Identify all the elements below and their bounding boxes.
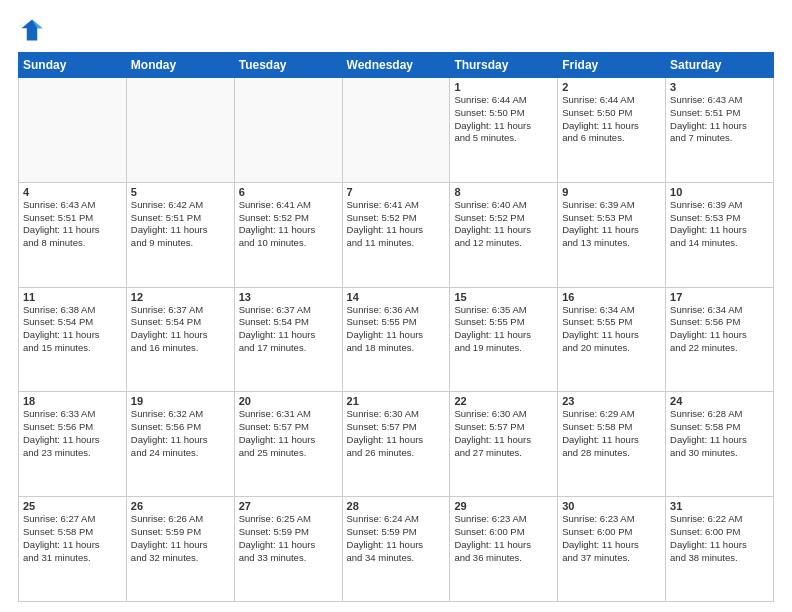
day-detail: Sunrise: 6:32 AMSunset: 5:56 PMDaylight:… — [131, 408, 230, 459]
day-number: 31 — [670, 500, 769, 512]
day-number: 9 — [562, 186, 661, 198]
day-number: 21 — [347, 395, 446, 407]
calendar-cell — [126, 78, 234, 183]
calendar-cell: 7Sunrise: 6:41 AMSunset: 5:52 PMDaylight… — [342, 182, 450, 287]
calendar-cell: 30Sunrise: 6:23 AMSunset: 6:00 PMDayligh… — [558, 497, 666, 602]
calendar-cell: 9Sunrise: 6:39 AMSunset: 5:53 PMDaylight… — [558, 182, 666, 287]
calendar-cell — [234, 78, 342, 183]
logo-icon — [18, 16, 46, 44]
calendar-cell: 26Sunrise: 6:26 AMSunset: 5:59 PMDayligh… — [126, 497, 234, 602]
calendar-header-tuesday: Tuesday — [234, 53, 342, 78]
calendar-header-row: SundayMondayTuesdayWednesdayThursdayFrid… — [19, 53, 774, 78]
day-detail: Sunrise: 6:24 AMSunset: 5:59 PMDaylight:… — [347, 513, 446, 564]
day-detail: Sunrise: 6:41 AMSunset: 5:52 PMDaylight:… — [239, 199, 338, 250]
calendar-week-2: 4Sunrise: 6:43 AMSunset: 5:51 PMDaylight… — [19, 182, 774, 287]
day-detail: Sunrise: 6:40 AMSunset: 5:52 PMDaylight:… — [454, 199, 553, 250]
calendar-header-friday: Friday — [558, 53, 666, 78]
day-number: 2 — [562, 81, 661, 93]
day-number: 29 — [454, 500, 553, 512]
calendar-header-thursday: Thursday — [450, 53, 558, 78]
day-detail: Sunrise: 6:37 AMSunset: 5:54 PMDaylight:… — [131, 304, 230, 355]
day-number: 25 — [23, 500, 122, 512]
day-detail: Sunrise: 6:35 AMSunset: 5:55 PMDaylight:… — [454, 304, 553, 355]
calendar-cell: 8Sunrise: 6:40 AMSunset: 5:52 PMDaylight… — [450, 182, 558, 287]
calendar-week-1: 1Sunrise: 6:44 AMSunset: 5:50 PMDaylight… — [19, 78, 774, 183]
day-number: 8 — [454, 186, 553, 198]
calendar-cell: 12Sunrise: 6:37 AMSunset: 5:54 PMDayligh… — [126, 287, 234, 392]
calendar-cell: 3Sunrise: 6:43 AMSunset: 5:51 PMDaylight… — [666, 78, 774, 183]
calendar-cell: 27Sunrise: 6:25 AMSunset: 5:59 PMDayligh… — [234, 497, 342, 602]
calendar-cell: 1Sunrise: 6:44 AMSunset: 5:50 PMDaylight… — [450, 78, 558, 183]
calendar-header-saturday: Saturday — [666, 53, 774, 78]
day-number: 7 — [347, 186, 446, 198]
calendar-table: SundayMondayTuesdayWednesdayThursdayFrid… — [18, 52, 774, 602]
day-detail: Sunrise: 6:37 AMSunset: 5:54 PMDaylight:… — [239, 304, 338, 355]
day-detail: Sunrise: 6:23 AMSunset: 6:00 PMDaylight:… — [454, 513, 553, 564]
day-detail: Sunrise: 6:29 AMSunset: 5:58 PMDaylight:… — [562, 408, 661, 459]
day-number: 12 — [131, 291, 230, 303]
calendar-cell: 19Sunrise: 6:32 AMSunset: 5:56 PMDayligh… — [126, 392, 234, 497]
day-number: 13 — [239, 291, 338, 303]
day-detail: Sunrise: 6:43 AMSunset: 5:51 PMDaylight:… — [670, 94, 769, 145]
calendar-cell: 22Sunrise: 6:30 AMSunset: 5:57 PMDayligh… — [450, 392, 558, 497]
calendar-cell: 25Sunrise: 6:27 AMSunset: 5:58 PMDayligh… — [19, 497, 127, 602]
day-detail: Sunrise: 6:34 AMSunset: 5:55 PMDaylight:… — [562, 304, 661, 355]
calendar-cell: 18Sunrise: 6:33 AMSunset: 5:56 PMDayligh… — [19, 392, 127, 497]
day-number: 10 — [670, 186, 769, 198]
day-number: 17 — [670, 291, 769, 303]
day-number: 24 — [670, 395, 769, 407]
calendar-header-monday: Monday — [126, 53, 234, 78]
calendar-cell: 10Sunrise: 6:39 AMSunset: 5:53 PMDayligh… — [666, 182, 774, 287]
day-number: 11 — [23, 291, 122, 303]
calendar-cell: 17Sunrise: 6:34 AMSunset: 5:56 PMDayligh… — [666, 287, 774, 392]
calendar-cell: 2Sunrise: 6:44 AMSunset: 5:50 PMDaylight… — [558, 78, 666, 183]
calendar-cell: 31Sunrise: 6:22 AMSunset: 6:00 PMDayligh… — [666, 497, 774, 602]
day-number: 1 — [454, 81, 553, 93]
day-number: 18 — [23, 395, 122, 407]
day-detail: Sunrise: 6:36 AMSunset: 5:55 PMDaylight:… — [347, 304, 446, 355]
day-number: 4 — [23, 186, 122, 198]
day-detail: Sunrise: 6:43 AMSunset: 5:51 PMDaylight:… — [23, 199, 122, 250]
calendar-cell: 15Sunrise: 6:35 AMSunset: 5:55 PMDayligh… — [450, 287, 558, 392]
day-number: 14 — [347, 291, 446, 303]
calendar-week-5: 25Sunrise: 6:27 AMSunset: 5:58 PMDayligh… — [19, 497, 774, 602]
day-number: 30 — [562, 500, 661, 512]
day-detail: Sunrise: 6:38 AMSunset: 5:54 PMDaylight:… — [23, 304, 122, 355]
day-detail: Sunrise: 6:41 AMSunset: 5:52 PMDaylight:… — [347, 199, 446, 250]
calendar-week-3: 11Sunrise: 6:38 AMSunset: 5:54 PMDayligh… — [19, 287, 774, 392]
calendar-cell: 16Sunrise: 6:34 AMSunset: 5:55 PMDayligh… — [558, 287, 666, 392]
calendar-cell: 28Sunrise: 6:24 AMSunset: 5:59 PMDayligh… — [342, 497, 450, 602]
calendar-header-wednesday: Wednesday — [342, 53, 450, 78]
calendar-cell: 6Sunrise: 6:41 AMSunset: 5:52 PMDaylight… — [234, 182, 342, 287]
day-detail: Sunrise: 6:23 AMSunset: 6:00 PMDaylight:… — [562, 513, 661, 564]
day-number: 16 — [562, 291, 661, 303]
page: SundayMondayTuesdayWednesdayThursdayFrid… — [0, 0, 792, 612]
calendar-cell: 29Sunrise: 6:23 AMSunset: 6:00 PMDayligh… — [450, 497, 558, 602]
day-detail: Sunrise: 6:39 AMSunset: 5:53 PMDaylight:… — [670, 199, 769, 250]
calendar-cell — [19, 78, 127, 183]
day-detail: Sunrise: 6:44 AMSunset: 5:50 PMDaylight:… — [454, 94, 553, 145]
day-detail: Sunrise: 6:27 AMSunset: 5:58 PMDaylight:… — [23, 513, 122, 564]
calendar-cell: 23Sunrise: 6:29 AMSunset: 5:58 PMDayligh… — [558, 392, 666, 497]
day-number: 28 — [347, 500, 446, 512]
day-detail: Sunrise: 6:44 AMSunset: 5:50 PMDaylight:… — [562, 94, 661, 145]
calendar-cell — [342, 78, 450, 183]
svg-marker-0 — [22, 20, 43, 41]
calendar-week-4: 18Sunrise: 6:33 AMSunset: 5:56 PMDayligh… — [19, 392, 774, 497]
day-detail: Sunrise: 6:25 AMSunset: 5:59 PMDaylight:… — [239, 513, 338, 564]
calendar-cell: 11Sunrise: 6:38 AMSunset: 5:54 PMDayligh… — [19, 287, 127, 392]
day-number: 20 — [239, 395, 338, 407]
calendar-cell: 14Sunrise: 6:36 AMSunset: 5:55 PMDayligh… — [342, 287, 450, 392]
calendar-cell: 21Sunrise: 6:30 AMSunset: 5:57 PMDayligh… — [342, 392, 450, 497]
day-number: 22 — [454, 395, 553, 407]
day-number: 5 — [131, 186, 230, 198]
day-number: 26 — [131, 500, 230, 512]
day-detail: Sunrise: 6:30 AMSunset: 5:57 PMDaylight:… — [347, 408, 446, 459]
day-detail: Sunrise: 6:22 AMSunset: 6:00 PMDaylight:… — [670, 513, 769, 564]
calendar-cell: 4Sunrise: 6:43 AMSunset: 5:51 PMDaylight… — [19, 182, 127, 287]
logo — [18, 16, 50, 44]
day-detail: Sunrise: 6:39 AMSunset: 5:53 PMDaylight:… — [562, 199, 661, 250]
calendar-cell: 20Sunrise: 6:31 AMSunset: 5:57 PMDayligh… — [234, 392, 342, 497]
day-detail: Sunrise: 6:30 AMSunset: 5:57 PMDaylight:… — [454, 408, 553, 459]
day-number: 3 — [670, 81, 769, 93]
